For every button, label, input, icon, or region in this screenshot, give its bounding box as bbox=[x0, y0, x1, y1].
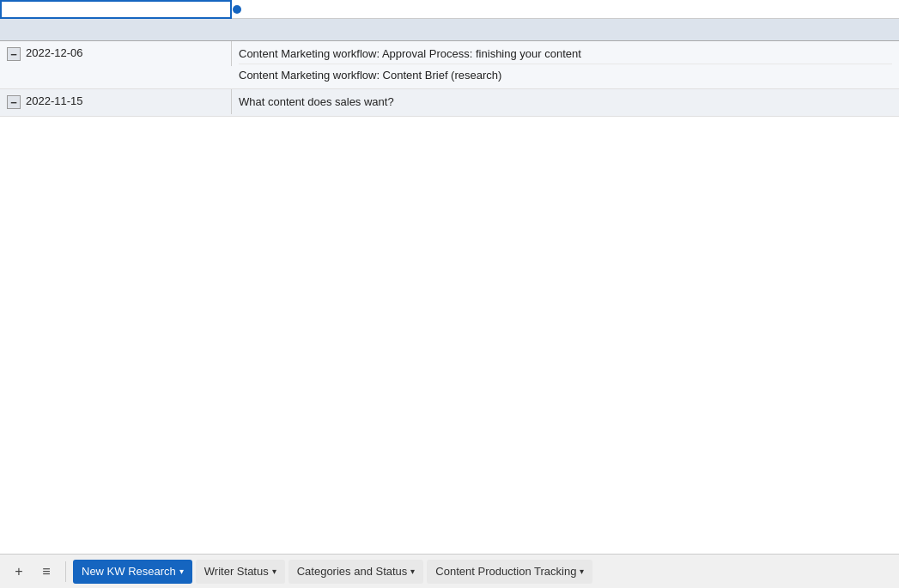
tab-divider bbox=[65, 561, 66, 582]
title-item[interactable]: Content Marketing workflow: Content Brie… bbox=[239, 66, 892, 85]
date-value: 2022-11-15 bbox=[26, 94, 83, 107]
tab-new-kw-research[interactable]: New KW Research▾ bbox=[73, 560, 192, 584]
data-table: −2022-12-06Content Marketing workflow: A… bbox=[0, 41, 899, 298]
tab-label: Writer Status bbox=[204, 565, 269, 578]
tab-label: New KW Research bbox=[82, 565, 176, 578]
main-content: −2022-12-06Content Marketing workflow: A… bbox=[0, 0, 899, 554]
table-row: −2022-12-06Content Marketing workflow: A… bbox=[0, 41, 899, 89]
tab-label: Categories and Status bbox=[297, 565, 408, 578]
add-button[interactable]: + bbox=[7, 560, 31, 584]
chevron-down-icon: ▾ bbox=[580, 567, 584, 576]
date-value: 2022-12-06 bbox=[26, 46, 83, 59]
table-row: −2022-11-15What content does sales want? bbox=[0, 89, 899, 116]
collapse-button[interactable]: − bbox=[7, 47, 21, 61]
tab-label: Content Production Tracking bbox=[435, 565, 576, 578]
chevron-down-icon: ▾ bbox=[410, 567, 415, 576]
search-input[interactable] bbox=[0, 0, 232, 19]
menu-button[interactable]: ≡ bbox=[34, 560, 58, 584]
empty-area bbox=[0, 298, 899, 555]
collapse-button[interactable]: − bbox=[7, 95, 21, 109]
chevron-down-icon: ▾ bbox=[272, 567, 276, 576]
chevron-down-icon: ▾ bbox=[179, 567, 184, 576]
table-header bbox=[0, 19, 899, 41]
blue-dot-indicator bbox=[233, 5, 241, 14]
tab-categories-and-status[interactable]: Categories and Status▾ bbox=[289, 560, 424, 584]
tabs-container: New KW Research▾Writer Status▾Categories… bbox=[73, 560, 592, 584]
title-item[interactable]: Content Marketing workflow: Approval Pro… bbox=[239, 45, 892, 64]
date-cell: −2022-11-15 bbox=[0, 89, 232, 114]
title-item[interactable]: What content does sales want? bbox=[239, 93, 892, 112]
title-cell: Content Marketing workflow: Approval Pro… bbox=[232, 41, 899, 88]
title-cell: What content does sales want? bbox=[232, 89, 899, 115]
date-cell: −2022-12-06 bbox=[0, 41, 232, 66]
tab-writer-status[interactable]: Writer Status▾ bbox=[196, 560, 285, 584]
tab-bar: + ≡ New KW Research▾Writer Status▾Catego… bbox=[0, 554, 899, 588]
input-row bbox=[0, 0, 899, 19]
tab-content-production-tracking[interactable]: Content Production Tracking▾ bbox=[427, 560, 592, 584]
